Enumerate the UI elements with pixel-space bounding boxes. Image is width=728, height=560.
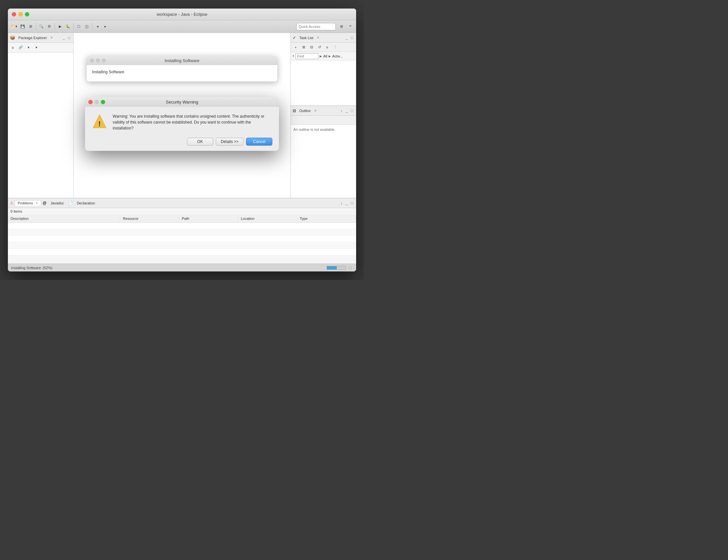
status-icon-button[interactable]: ⬚ xyxy=(348,265,353,270)
task-list-content xyxy=(291,60,356,105)
cancel-button[interactable]: Cancel xyxy=(246,138,272,146)
progress-bar xyxy=(327,266,346,270)
center-panel: Installing Software Installing Software xyxy=(74,33,291,198)
task-sort-button[interactable]: ⊟ xyxy=(308,43,315,52)
maximize-button[interactable] xyxy=(25,12,29,16)
task-find-input[interactable] xyxy=(295,53,318,59)
java-perspective-button[interactable]: ☕ xyxy=(347,22,354,31)
filter-all-label[interactable]: All xyxy=(323,54,327,58)
problems-sort-button[interactable]: ↕ xyxy=(340,201,344,205)
security-traffic-lights xyxy=(88,100,105,104)
security-tl-close[interactable] xyxy=(88,100,93,104)
col-path: Path xyxy=(179,217,239,221)
package-explorer-content xyxy=(8,53,73,198)
link-editor-button[interactable]: 🔗 xyxy=(17,43,24,52)
dropdown-button[interactable]: ▾ xyxy=(33,43,40,52)
problems-tab-close[interactable]: ✕ xyxy=(35,201,38,205)
installing-dialog-body: Installing Software xyxy=(87,65,277,82)
search-button[interactable]: 🔍 xyxy=(38,22,45,31)
traffic-lights xyxy=(12,12,29,16)
eclipse-window: workspace - Java - Eclipse 📁▾ 💾 ⊞ 🔍 ⚙ ▶ … xyxy=(8,9,356,271)
task-list-tab[interactable]: Task List xyxy=(297,35,316,40)
outline-controls: ↕ _ □ xyxy=(340,108,354,113)
perspective-button[interactable]: ⬡ xyxy=(75,22,82,31)
forward-button[interactable]: ▸ xyxy=(102,22,109,31)
task-filter-row: ▾ ▶ All ▶ Activ... xyxy=(291,52,356,60)
problems-maximize[interactable]: □ xyxy=(350,201,354,205)
problems-tab-label: Problems xyxy=(18,201,33,205)
task-list-controls: _ □ xyxy=(345,35,354,40)
view-button[interactable]: ◫ xyxy=(83,22,90,31)
col-resource: Resource xyxy=(120,217,179,221)
outline-content: An outline is not available. xyxy=(291,125,356,198)
title-bar: workspace - Java - Eclipse xyxy=(8,9,356,20)
active-chevron: ▶ xyxy=(329,55,331,58)
debug-button[interactable]: 🐛 xyxy=(64,22,72,31)
problems-tab[interactable]: Problems ✕ xyxy=(15,200,41,206)
warning-icon: ! xyxy=(92,113,107,129)
outline-close[interactable]: ✕ xyxy=(314,109,317,112)
status-message: Installing Software: (52%) xyxy=(11,266,52,270)
ok-button[interactable]: OK xyxy=(187,138,213,146)
outline-sort-button[interactable]: ↕ xyxy=(340,108,344,113)
maximize-panel-button[interactable]: □ xyxy=(67,35,71,40)
outline-tab[interactable]: Outline xyxy=(297,108,313,113)
bottom-panel-controls: ↕ _ □ xyxy=(340,201,354,205)
task-list-toolbar: + ⊞ ⊟ ↺ ≡ ⋮ xyxy=(291,43,356,52)
organize-button[interactable]: ⚙ xyxy=(46,22,53,31)
declaration-tab[interactable]: Declaration xyxy=(74,200,98,206)
problems-minimize[interactable]: _ xyxy=(345,201,349,205)
minimize-panel-button[interactable]: _ xyxy=(62,35,66,40)
task-list-close[interactable]: ✕ xyxy=(317,36,319,39)
bottom-tab-bar: ⚠ Problems ✕ @ Javadoc 📄 Declaration ↕ _… xyxy=(8,198,356,208)
main-toolbar: 📁▾ 💾 ⊞ 🔍 ⚙ ▶ 🐛 ⬡ ◫ ◂ ▸ ⊞ ☕ xyxy=(8,20,356,33)
task-collapse-button[interactable]: ≡ xyxy=(324,43,331,52)
package-explorer-tab-bar: 📦 Package Explorer ✕ _ □ xyxy=(8,33,73,43)
back-button[interactable]: ◂ xyxy=(94,22,101,31)
installing-tl-close[interactable] xyxy=(90,58,94,62)
separator-3 xyxy=(73,23,74,30)
table-row xyxy=(8,242,356,249)
outline-empty-message: An outline is not available. xyxy=(294,128,336,131)
outline-maximize[interactable]: □ xyxy=(350,108,354,113)
perspectives-button[interactable]: ⊞ xyxy=(338,22,345,31)
outline-panel: ⊟ Outline ✕ ↕ _ □ An outline is not avai… xyxy=(291,106,356,198)
minimize-button[interactable] xyxy=(18,12,23,16)
new-button[interactable]: 📁▾ xyxy=(10,22,18,31)
task-filter-button[interactable]: ⊞ xyxy=(300,43,307,52)
main-content: 📦 Package Explorer ✕ _ □ ≡ 🔗 ▾ ▾ xyxy=(8,33,356,198)
task-list-minimize[interactable]: _ xyxy=(345,35,349,40)
table-row xyxy=(8,236,356,242)
task-new-button[interactable]: + xyxy=(292,43,299,52)
close-button[interactable] xyxy=(12,12,16,16)
installing-software-dialog: Installing Software Installing Software xyxy=(87,56,277,82)
javadoc-tab[interactable]: Javadoc xyxy=(48,200,67,206)
run-button[interactable]: ▶ xyxy=(57,22,64,31)
security-content: ! Warning: You are installing software t… xyxy=(92,113,272,131)
problems-table: Description Resource Path Location Type xyxy=(8,215,356,264)
filter-active-label[interactable]: Activ... xyxy=(332,54,343,58)
table-header: Description Resource Path Location Type xyxy=(8,215,356,222)
col-description: Description xyxy=(8,217,120,221)
task-refresh-button[interactable]: ↺ xyxy=(316,43,323,52)
save-all-button[interactable]: ⊞ xyxy=(27,22,34,31)
security-tl-max[interactable] xyxy=(101,100,105,104)
security-buttons: OK Details >> Cancel xyxy=(92,138,272,146)
save-button[interactable]: 💾 xyxy=(19,22,26,31)
package-explorer-close[interactable]: ✕ xyxy=(50,36,53,39)
installing-tl-max[interactable] xyxy=(102,58,106,62)
outline-minimize[interactable]: _ xyxy=(345,108,349,113)
left-panel: 📦 Package Explorer ✕ _ □ ≡ 🔗 ▾ ▾ xyxy=(8,33,74,198)
package-explorer-tab[interactable]: Package Explorer xyxy=(16,35,49,40)
task-list-maximize[interactable]: □ xyxy=(350,35,354,40)
quick-access-input[interactable] xyxy=(296,23,336,30)
table-row xyxy=(8,249,356,255)
task-more-button[interactable]: ⋮ xyxy=(332,43,339,52)
col-type: Type xyxy=(297,217,357,221)
security-tl-min[interactable] xyxy=(95,100,99,104)
view-menu-button[interactable]: ▾ xyxy=(25,43,32,52)
collapse-all-button[interactable]: ≡ xyxy=(9,43,16,52)
window-title: workspace - Java - Eclipse xyxy=(157,12,208,17)
details-button[interactable]: Details >> xyxy=(216,138,244,146)
installing-tl-min[interactable] xyxy=(96,58,100,62)
